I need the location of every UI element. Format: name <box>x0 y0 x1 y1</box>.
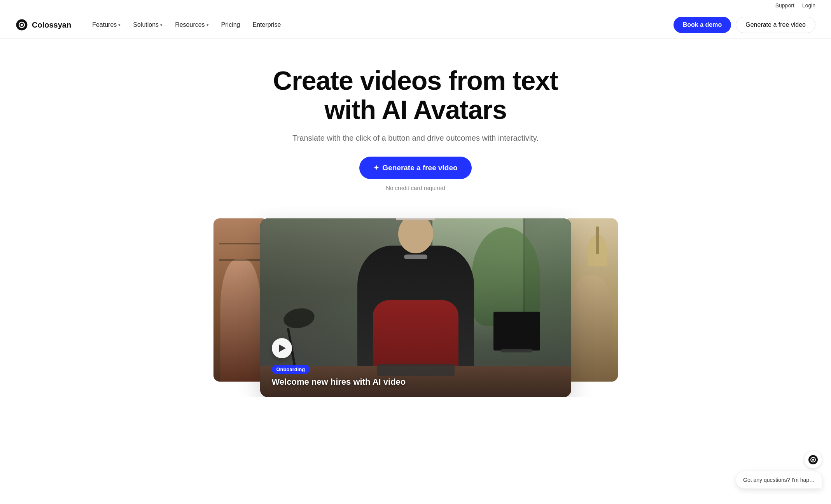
generate-free-label: Generate a free video <box>382 164 457 172</box>
nav-links: Features ▾ Solutions ▾ Resources ▾ Prici… <box>87 18 674 31</box>
logo-link[interactable]: Colossyan <box>16 19 71 31</box>
chevron-down-icon: ▾ <box>160 23 163 28</box>
no-card-text: No credit card required <box>16 185 815 191</box>
chevron-down-icon: ▾ <box>206 23 209 28</box>
play-button[interactable] <box>272 338 292 358</box>
chevron-down-icon: ▾ <box>118 23 121 28</box>
generate-free-hero-button[interactable]: ✦ Generate a free video <box>359 157 471 179</box>
generate-free-nav-button[interactable]: Generate a free video <box>736 17 815 33</box>
hero-title: Create videos from text with AI Avatars <box>260 66 571 124</box>
nav-resources[interactable]: Resources ▾ <box>170 18 214 31</box>
support-link[interactable]: Support <box>775 2 794 9</box>
right-thumb-bg <box>563 218 618 382</box>
navbar: Colossyan Features ▾ Solutions ▾ Resourc… <box>0 11 831 39</box>
nav-pricing[interactable]: Pricing <box>216 18 246 31</box>
video-tag: Onboarding <box>272 365 310 374</box>
main-video: Onboarding Welcome new hires with AI vid… <box>260 218 571 397</box>
logo-icon <box>16 19 28 31</box>
video-row: Onboarding Welcome new hires with AI vid… <box>0 218 831 397</box>
play-icon <box>279 344 286 352</box>
video-caption: Welcome new hires with AI video <box>272 377 406 387</box>
book-demo-button[interactable]: Book a demo <box>674 17 731 33</box>
hero-section: Create videos from text with AI Avatars … <box>0 39 831 207</box>
hero-subtitle: Translate with the click of a button and… <box>16 134 815 143</box>
right-thumbnail <box>563 218 618 382</box>
nav-features[interactable]: Features ▾ <box>87 18 126 31</box>
left-thumb-bg <box>213 218 268 382</box>
nav-enterprise[interactable]: Enterprise <box>247 18 287 31</box>
spark-icon: ✦ <box>373 164 379 172</box>
video-section: Onboarding Welcome new hires with AI vid… <box>0 207 831 397</box>
nav-solutions[interactable]: Solutions ▾ <box>128 18 168 31</box>
login-link[interactable]: Login <box>802 2 815 9</box>
svg-point-2 <box>21 24 23 26</box>
nav-cta: Book a demo Generate a free video <box>674 17 815 33</box>
logo-text: Colossyan <box>32 21 71 30</box>
left-thumbnail <box>213 218 268 382</box>
top-bar: Support Login <box>0 0 831 11</box>
